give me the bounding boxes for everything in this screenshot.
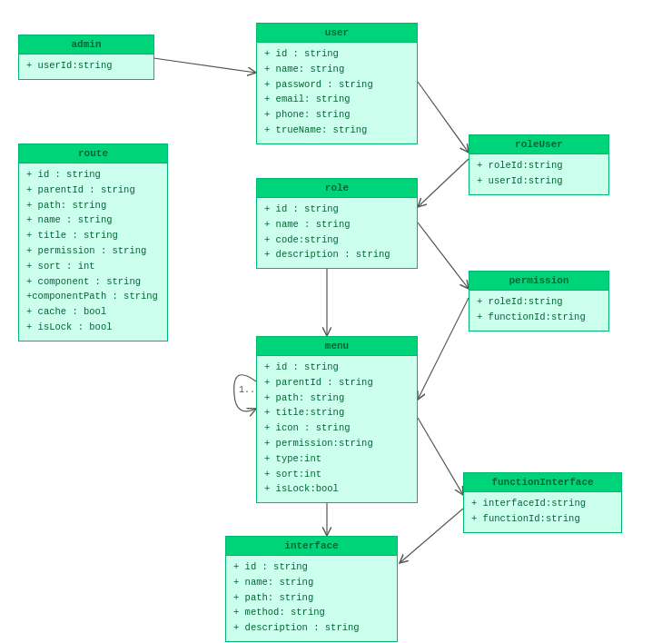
box-user-header: user: [257, 24, 417, 43]
box-roleuser-header: roleUser: [469, 135, 608, 154]
box-interface-header: interface: [226, 537, 397, 556]
box-role-body: + id : string + name : string + code:str…: [257, 198, 417, 268]
box-route: route + id : string + parentId : string …: [18, 143, 168, 341]
svg-line-6: [418, 418, 463, 495]
svg-line-1: [418, 82, 469, 153]
box-menu-body: + id : string + parentId : string + path…: [257, 356, 417, 502]
svg-line-7: [400, 509, 463, 563]
box-functioninterface-body: + interfaceId:string + functionId:string: [464, 492, 621, 532]
box-menu-header: menu: [257, 337, 417, 356]
box-route-header: route: [19, 144, 167, 163]
box-route-body: + id : string + parentId : string + path…: [19, 163, 167, 341]
box-user: user + id : string + name: string + pass…: [256, 23, 418, 144]
box-admin: admin + userId:string: [18, 35, 154, 80]
box-roleuser: roleUser + roleId:string + userId:string: [469, 134, 609, 195]
diagram-container: 1..* admin + userId:string user + id : s…: [0, 0, 672, 643]
box-menu: menu + id : string + parentId : string +…: [256, 336, 418, 503]
svg-line-3: [418, 223, 469, 289]
box-admin-header: admin: [19, 35, 153, 54]
box-permission: permission + roleId:string + functionId:…: [469, 271, 609, 331]
box-functioninterface: functionInterface + interfaceId:string +…: [463, 472, 622, 533]
svg-line-0: [141, 56, 256, 73]
box-role-header: role: [257, 179, 417, 198]
box-roleuser-body: + roleId:string + userId:string: [469, 154, 608, 194]
box-permission-header: permission: [469, 272, 608, 291]
box-role: role + id : string + name : string + cod…: [256, 178, 418, 269]
svg-line-2: [418, 159, 469, 207]
box-functioninterface-header: functionInterface: [464, 473, 621, 492]
svg-line-5: [418, 298, 469, 400]
box-admin-body: + userId:string: [19, 54, 153, 79]
box-interface: interface + id : string + name: string +…: [225, 536, 398, 642]
box-permission-body: + roleId:string + functionId:string: [469, 291, 608, 331]
box-interface-body: + id : string + name: string + path: str…: [226, 556, 397, 641]
box-user-body: + id : string + name: string + password …: [257, 43, 417, 143]
